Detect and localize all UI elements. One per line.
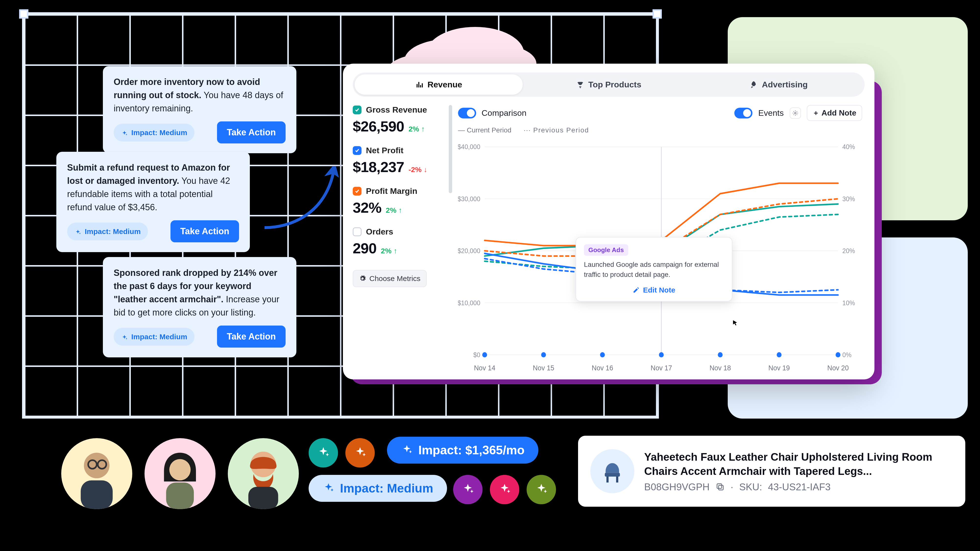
svg-point-19 (600, 352, 605, 357)
choose-metrics-button[interactable]: Choose Metrics (353, 270, 427, 287)
recommendation-text: Submit a refund request to Amazon for lo… (67, 161, 239, 214)
comparison-label: Comparison (482, 108, 527, 118)
recommendation-card: Submit a refund request to Amazon for lo… (56, 152, 250, 252)
svg-rect-39 (605, 473, 620, 476)
tab-bar: Revenue Top Products Advertising (353, 73, 865, 97)
metric-net-profit[interactable]: Net Profit $18,237 -2% (353, 146, 451, 176)
checkbox-icon[interactable] (353, 146, 361, 155)
svg-point-18 (541, 352, 546, 357)
impact-pill-large: Impact: Medium (309, 475, 447, 502)
sparkle-icon (527, 475, 556, 504)
take-action-button[interactable]: Take Action (170, 220, 239, 242)
svg-rect-36 (166, 483, 194, 509)
svg-text:$30,000: $30,000 (458, 195, 480, 203)
metric-gross-revenue[interactable]: Gross Revenue $26,590 2% (353, 105, 451, 135)
product-meta: B08GH9VGPH · SKU: 43-US21-IAF3 (644, 481, 953, 492)
svg-rect-41 (616, 476, 618, 483)
rocket-icon (749, 81, 758, 89)
chair-icon (599, 458, 626, 485)
svg-text:20%: 20% (842, 247, 855, 254)
sparkle-icon (322, 482, 334, 494)
avatar (61, 438, 132, 509)
svg-point-20 (659, 352, 664, 357)
impact-badge: Impact: Medium (114, 328, 194, 346)
recommendation-card: Order more inventory now to avoid runnin… (103, 66, 296, 153)
avatar (228, 438, 299, 509)
tab-advertising[interactable]: Advertising (695, 75, 863, 95)
svg-text:Nov 19: Nov 19 (768, 364, 790, 372)
svg-point-22 (777, 352, 781, 357)
take-action-button[interactable]: Take Action (217, 121, 286, 143)
checkbox-icon[interactable] (353, 105, 361, 114)
events-label: Events (758, 108, 784, 118)
edit-note-button[interactable]: Edit Note (584, 286, 724, 294)
event-tooltip: Google Ads Launched Google ads campaign … (576, 237, 732, 302)
svg-text:10%: 10% (842, 299, 855, 307)
svg-point-23 (835, 352, 840, 357)
product-card[interactable]: Yaheetech Faux Leather Chair Upholstered… (578, 436, 965, 507)
svg-text:30%: 30% (842, 195, 855, 203)
svg-text:Nov 15: Nov 15 (533, 364, 554, 372)
tab-revenue[interactable]: Revenue (355, 75, 523, 95)
settings-button[interactable] (790, 108, 801, 119)
sparkle-icon (401, 444, 413, 456)
svg-text:Nov 16: Nov 16 (592, 364, 613, 372)
product-thumbnail (590, 449, 635, 493)
svg-rect-38 (248, 487, 278, 509)
add-note-button[interactable]: Add Note (807, 105, 862, 121)
recommendation-text: Sponsored rank dropped by 214% over the … (114, 266, 286, 319)
svg-text:Nov 18: Nov 18 (710, 364, 731, 372)
metric-value: 32% (353, 199, 381, 216)
product-title: Yaheetech Faux Leather Chair Upholstered… (644, 450, 953, 478)
revenue-dashboard-panel: Revenue Top Products Advertising Gross R… (343, 64, 875, 380)
svg-text:40%: 40% (842, 143, 855, 151)
sparkle-icon (345, 438, 375, 467)
checkbox-icon[interactable] (353, 227, 361, 236)
tooltip-text: Launched Google ads campaign for externa… (584, 260, 724, 279)
cursor-icon (732, 320, 739, 327)
gear-icon (359, 275, 366, 282)
chart-area: Comparison Events Add Note — Current Per… (458, 105, 865, 378)
metric-delta: 2% (381, 247, 397, 255)
legend-current: — Current Period (458, 126, 511, 134)
svg-text:Nov 17: Nov 17 (651, 364, 672, 372)
recommendation-card: Sponsored rank dropped by 214% over the … (103, 257, 296, 357)
comparison-toggle[interactable] (458, 108, 476, 119)
svg-text:Nov 14: Nov 14 (474, 364, 495, 372)
take-action-button[interactable]: Take Action (217, 326, 286, 348)
chart-legend: — Current Period ··· Previous Period (458, 126, 865, 134)
metric-value: 290 (353, 240, 377, 257)
avatar-row (61, 438, 299, 509)
sparkle-icon (453, 475, 482, 504)
svg-point-17 (482, 352, 487, 357)
legend-previous: ··· Previous Period (524, 126, 589, 134)
impact-badge: Impact: Medium (67, 222, 148, 240)
svg-point-21 (718, 352, 723, 357)
copy-icon[interactable] (716, 482, 725, 492)
metric-orders[interactable]: Orders 290 2% (353, 227, 451, 257)
line-chart[interactable]: $00%$10,00010%$20,00020%$30,00030%$40,00… (458, 139, 865, 378)
tooltip-tag: Google Ads (584, 244, 628, 256)
svg-text:$0: $0 (473, 351, 480, 359)
scrollbar[interactable] (449, 105, 452, 193)
tab-top-products[interactable]: Top Products (525, 75, 693, 95)
svg-point-0 (795, 112, 796, 114)
product-sku: 43-US21-IAF3 (768, 481, 830, 492)
sparkle-icon (75, 228, 81, 235)
svg-rect-43 (717, 484, 722, 489)
svg-text:0%: 0% (842, 351, 851, 359)
svg-text:$20,000: $20,000 (458, 247, 480, 254)
metric-delta: 2% (409, 125, 425, 133)
trophy-icon (576, 81, 584, 89)
metric-profit-margin[interactable]: Profit Margin 32% 2% (353, 186, 451, 216)
svg-text:$10,000: $10,000 (458, 299, 480, 307)
metric-delta: -2% (409, 165, 427, 174)
sparkle-icon (121, 333, 128, 340)
sparkle-badge-row (453, 475, 556, 504)
svg-rect-42 (718, 485, 723, 490)
checkbox-icon[interactable] (353, 187, 361, 195)
sparkle-icon (121, 129, 128, 136)
metric-delta: 2% (386, 206, 402, 214)
metric-value: $26,590 (353, 118, 404, 135)
events-toggle[interactable] (734, 108, 752, 119)
